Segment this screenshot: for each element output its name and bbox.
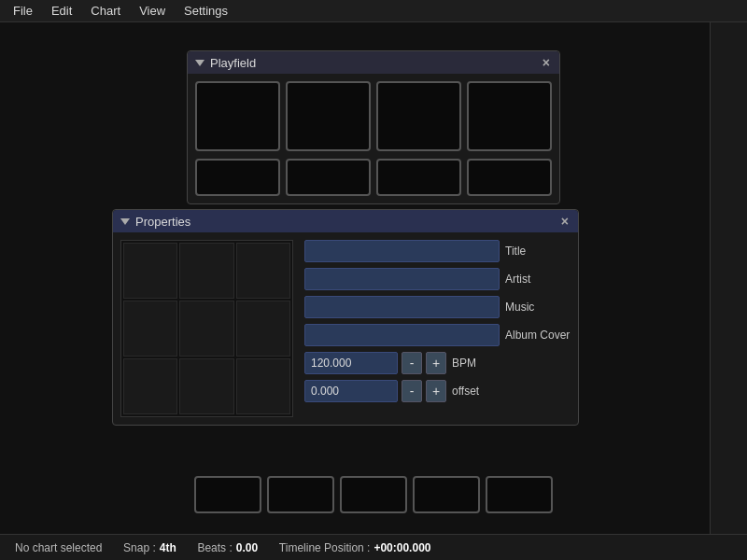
- playfield-bottom-row: [187, 470, 560, 519]
- playfield-title-group: Playfield: [195, 56, 256, 70]
- properties-thumbnail-grid: [120, 240, 293, 417]
- playfield-grid-row1: [188, 74, 559, 159]
- properties-collapse-icon: [120, 218, 130, 225]
- snap-value: 4th: [160, 541, 176, 554]
- playfield-cell-3: [376, 81, 461, 151]
- music-field-row: Music: [304, 296, 571, 318]
- menu-file[interactable]: File: [4, 2, 42, 20]
- playfield-header: Playfield ×: [188, 51, 559, 74]
- menu-settings[interactable]: Settings: [175, 2, 237, 20]
- title-input[interactable]: [304, 240, 500, 262]
- playfield-bottom-cell-5: [486, 476, 553, 513]
- prop-cell-5: [179, 301, 233, 357]
- playfield-cell-4: [467, 81, 552, 151]
- playfield-cell-sm-4: [467, 159, 552, 196]
- playfield-panel: Playfield ×: [187, 50, 560, 204]
- bpm-label: BPM: [452, 357, 476, 370]
- prop-cell-7: [123, 358, 177, 414]
- offset-minus-button[interactable]: -: [402, 380, 422, 402]
- playfield-cell-2: [286, 81, 371, 151]
- bpm-row: 120.000 - + BPM: [304, 352, 571, 374]
- bpm-minus-button[interactable]: -: [402, 352, 422, 374]
- prop-cell-9: [236, 358, 290, 414]
- prop-cell-1: [123, 243, 177, 299]
- bpm-value[interactable]: 120.000: [304, 352, 398, 374]
- right-panel: [710, 22, 747, 534]
- timeline-value: +00:00.000: [374, 541, 430, 554]
- playfield-close-button[interactable]: ×: [541, 55, 552, 70]
- prop-cell-4: [123, 301, 177, 357]
- properties-header: Properties ×: [113, 210, 578, 232]
- album-cover-input[interactable]: [304, 324, 500, 346]
- menubar: File Edit Chart View Settings: [0, 0, 747, 22]
- playfield-cell-sm-1: [195, 159, 280, 196]
- playfield-bottom-cell-1: [194, 476, 261, 513]
- playfield-collapse-icon: [195, 60, 204, 66]
- properties-panel: Properties × Title: [112, 209, 579, 426]
- offset-plus-button[interactable]: +: [426, 380, 446, 402]
- playfield-cell-1: [195, 81, 280, 151]
- title-field-row: Title: [304, 240, 571, 262]
- properties-title: Properties: [135, 215, 190, 229]
- properties-title-group: Properties: [120, 215, 190, 229]
- playfield-bottom-cell-2: [267, 476, 334, 513]
- statusbar: No chart selected Snap : 4th Beats : 0.0…: [0, 534, 747, 560]
- properties-close-button[interactable]: ×: [559, 214, 571, 229]
- prop-cell-6: [236, 301, 290, 357]
- menu-chart[interactable]: Chart: [81, 2, 130, 20]
- title-label: Title: [505, 245, 571, 258]
- playfield-cell-sm-3: [376, 159, 461, 196]
- offset-label: offset: [452, 385, 479, 398]
- album-cover-label: Album Cover: [505, 329, 571, 342]
- properties-body: Title Artist Music Album Cover: [113, 232, 578, 425]
- playfield-grid-row2: [188, 159, 559, 203]
- main-area: Playfield × Properties ×: [0, 22, 747, 534]
- playfield-bottom-strip: [187, 470, 560, 519]
- no-chart-label: No chart selected: [15, 541, 102, 554]
- bpm-plus-button[interactable]: +: [426, 352, 446, 374]
- offset-row: 0.000 - + offset: [304, 380, 571, 402]
- menu-view[interactable]: View: [130, 2, 175, 20]
- snap-label: Snap :: [123, 541, 156, 554]
- playfield-bottom-cell-3: [340, 476, 407, 513]
- timeline-label: Timeline Position :: [279, 541, 371, 554]
- music-input[interactable]: [304, 296, 500, 318]
- playfield-cell-sm-2: [286, 159, 371, 196]
- offset-value[interactable]: 0.000: [304, 380, 398, 402]
- playfield-title: Playfield: [210, 56, 256, 70]
- prop-cell-3: [236, 243, 290, 299]
- prop-cell-2: [179, 243, 233, 299]
- menu-edit[interactable]: Edit: [42, 2, 81, 20]
- beats-label: Beats :: [197, 541, 232, 554]
- prop-cell-8: [179, 358, 233, 414]
- artist-field-row: Artist: [304, 268, 571, 290]
- album-cover-field-row: Album Cover: [304, 324, 571, 346]
- artist-input[interactable]: [304, 268, 500, 290]
- properties-fields: Title Artist Music Album Cover: [304, 240, 571, 417]
- music-label: Music: [505, 301, 571, 314]
- artist-label: Artist: [505, 273, 571, 286]
- beats-value: 0.00: [236, 541, 258, 554]
- playfield-bottom-cell-4: [413, 476, 480, 513]
